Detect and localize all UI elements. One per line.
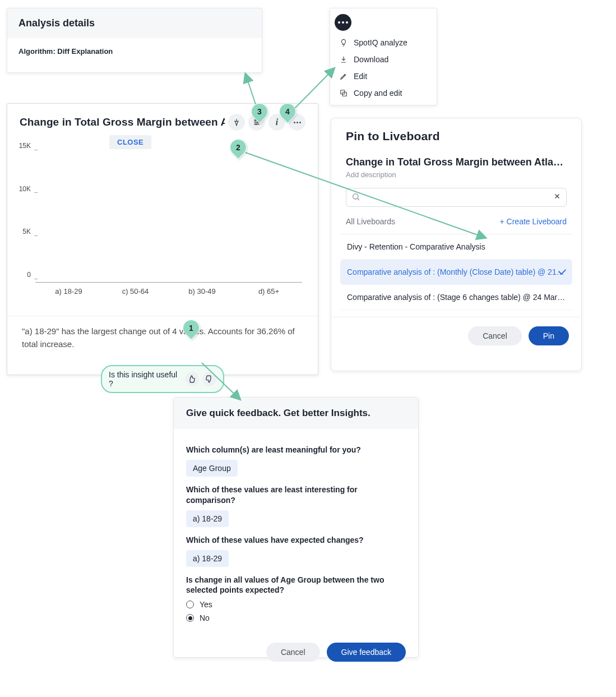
analysis-details-panel: Analysis details Algorithm: Diff Explana…: [7, 8, 262, 73]
y-tick: 0: [14, 275, 33, 283]
analysis-details-header: Analysis details: [7, 8, 262, 38]
fb-question-4: Is change in all values of Age Group bet…: [186, 575, 406, 596]
insight-summary: "a) 18-29" has the largest change out of…: [7, 316, 318, 359]
insight-feedback-bar: Is this insight useful ?: [101, 365, 224, 393]
x-tick-label: c) 50-64: [102, 287, 169, 296]
pin-button[interactable]: Pin: [529, 326, 569, 345]
feedback-dialog: Give quick feedback. Get better Insights…: [173, 397, 419, 658]
chart-plot: 05K10K15K: [35, 154, 302, 283]
create-liveboard-link[interactable]: + Create Liveboard: [500, 217, 567, 226]
x-axis-labels: a) 18-29c) 50-64b) 30-49d) 65+: [35, 287, 302, 296]
fb-question-1: Which column(s) are least meaningful for…: [186, 445, 406, 455]
svg-point-5: [353, 194, 358, 199]
insight-chart-card: Change in Total Gross Margin between Atl…: [7, 103, 318, 375]
settings-sliders-icon[interactable]: [248, 114, 265, 131]
fb-chip-q3[interactable]: a) 18-29: [186, 550, 229, 567]
pin-answer-title: Change in Total Gross Margin between Atl…: [346, 156, 567, 168]
pencil-icon: [339, 72, 348, 81]
menu-item-label: SpotIQ analyze: [354, 38, 407, 47]
more-options-icon[interactable]: [289, 114, 305, 131]
chart-toolbar: i: [225, 114, 305, 131]
all-liveboards-label: All Liveboards: [346, 217, 395, 226]
x-tick-label: a) 18-29: [35, 287, 102, 296]
liveboard-item[interactable]: Comparative analysis of : (Monthly (Clos…: [340, 260, 572, 285]
feedback-prompt: Is this insight useful ?: [109, 370, 182, 388]
feedback-cancel-button[interactable]: Cancel: [266, 643, 320, 662]
more-menu: SpotIQ analyzeDownloadEditCopy and edit: [330, 8, 437, 105]
menu-item-label: Copy and edit: [354, 89, 402, 98]
pin-dialog-header: Pin to Liveboard: [331, 118, 581, 149]
add-description-link[interactable]: Add description: [346, 170, 567, 179]
menu-item-edit[interactable]: Edit: [330, 68, 437, 85]
liveboard-list: Divy - Retention - Comparative AnalysisC…: [340, 234, 572, 310]
y-tick: 15K: [14, 146, 33, 154]
fb-question-3: Which of these values have expected chan…: [186, 535, 406, 546]
pin-to-liveboard-dialog: Pin to Liveboard Change in Total Gross M…: [331, 118, 582, 371]
cancel-button[interactable]: Cancel: [468, 326, 522, 345]
y-axis: 05K10K15K: [14, 154, 33, 283]
menu-item-label: Download: [354, 55, 388, 64]
thumbs-up-icon[interactable]: [185, 372, 199, 386]
x-tick-label: b) 30-49: [169, 287, 235, 296]
copy-icon: [339, 89, 348, 98]
search-icon: [351, 192, 360, 204]
pin-icon[interactable]: [228, 114, 245, 131]
fb-chip-age-group[interactable]: Age Group: [186, 460, 238, 477]
clear-icon[interactable]: [553, 192, 561, 202]
fb-chip-q2[interactable]: a) 18-29: [186, 510, 229, 527]
menu-item-copy-and-edit[interactable]: Copy and edit: [330, 85, 437, 101]
svg-point-4: [256, 123, 257, 124]
menu-item-download[interactable]: Download: [330, 51, 437, 68]
radio-yes-label: Yes: [200, 600, 212, 609]
radio-no-label: No: [200, 613, 210, 622]
liveboard-search: [346, 188, 567, 207]
menu-item-label: Edit: [354, 72, 367, 81]
info-icon[interactable]: i: [268, 114, 285, 131]
lightbulb-icon: [339, 38, 348, 47]
y-tick: 5K: [14, 232, 33, 239]
radio-yes[interactable]: Yes: [186, 600, 406, 609]
download-icon: [339, 55, 348, 64]
y-tick: 10K: [14, 189, 33, 197]
close-button[interactable]: CLOSE: [109, 135, 151, 149]
analysis-algorithm: Algorithm: Diff Explanation: [7, 38, 262, 64]
liveboard-search-input[interactable]: [346, 188, 567, 207]
liveboard-item[interactable]: Divy - Retention - Comparative Analysis: [340, 234, 572, 260]
fb-question-2: Which of these values are least interest…: [186, 484, 406, 506]
liveboard-item[interactable]: Comparative analysis of : (Stage 6 chang…: [340, 285, 572, 310]
more-icon[interactable]: [335, 14, 351, 31]
svg-point-2: [255, 119, 256, 121]
menu-item-spotiq-analyze[interactable]: SpotIQ analyze: [330, 34, 437, 51]
x-tick-label: d) 65+: [235, 287, 302, 296]
radio-no[interactable]: No: [186, 613, 406, 622]
chart-bars: [35, 154, 302, 283]
svg-point-3: [257, 122, 258, 123]
give-feedback-button[interactable]: Give feedback: [327, 643, 406, 662]
feedback-header: Give quick feedback. Get better Insights…: [174, 398, 418, 429]
x-axis-line: [35, 282, 302, 283]
thumbs-down-icon[interactable]: [202, 372, 216, 386]
svg-line-8: [246, 74, 256, 104]
